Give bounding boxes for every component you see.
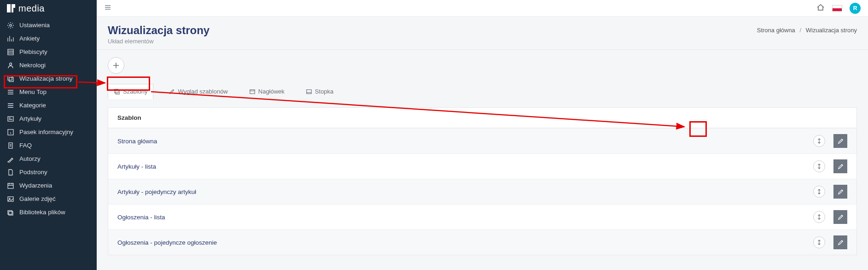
sidebar-item-label: Biblioteka plików [19,209,65,216]
reorder-button[interactable] [813,135,825,147]
updown-icon [816,214,822,220]
topbar: R [97,0,868,17]
clipboard-icon [6,141,15,150]
user-avatar[interactable]: R [850,3,861,14]
breadcrumb-home[interactable]: Strona główna [757,27,795,34]
sidebar-item-kategorie[interactable]: Kategorie [0,99,97,112]
sidebar-item-nekrologi[interactable]: Nekrologi [0,59,97,72]
template-name-link[interactable]: Artykuły - pojedynczy artykuł [117,188,196,195]
brand-logo[interactable]: media [0,0,97,17]
tab-label: Szablony [123,88,147,95]
edit-button[interactable] [833,235,847,249]
tab-wyglad[interactable]: Wygląd szablonów [163,84,233,99]
sidebar-item-label: FAQ [19,142,32,149]
list-icon [6,101,15,110]
sidebar-item-ankiety[interactable]: Ankiety [0,32,97,45]
edit-icon [837,163,844,170]
add-template-button[interactable] [108,57,124,74]
main: R Wizualizacja strony Układ elementów St… [97,0,868,270]
gear-icon [6,21,15,29]
page-header: Wizualizacja strony Układ elementów Stro… [97,17,868,50]
template-name-link[interactable]: Ogłoszenia - lista [117,214,165,221]
svg-rect-0 [7,4,11,12]
language-flag-pl[interactable] [832,5,842,12]
reorder-button[interactable] [813,211,825,223]
sidebar-item-label: Wizualizacja strony [19,75,73,82]
svg-rect-15 [116,90,119,94]
svg-point-3 [10,63,12,65]
svg-rect-8 [9,143,12,148]
tab-label: Wygląd szablonów [178,88,227,95]
page-subtitle: Układ elementów [108,38,210,45]
sidebar-item-label: Autorzy [19,155,41,162]
svg-rect-6 [8,117,13,121]
list-icon [6,88,15,96]
sidebar-item-wydarzenia[interactable]: Wydarzenia [0,179,97,192]
sidebar: media Ustawienia Ankiety Plebiscyty Nekr… [0,0,97,270]
sidebar-item-faq[interactable]: FAQ [0,139,97,152]
reorder-button[interactable] [813,236,825,248]
brand-name: media [18,3,45,14]
info-icon [6,128,15,136]
header-icon [249,88,256,95]
content: Szablony Wygląd szablonów Nagłówek Stopk… [97,50,868,263]
breadcrumb-separator: / [799,27,801,34]
tab-naglowek[interactable]: Nagłówek [243,84,291,99]
breadcrumb: Strona główna / Wizualizacja strony [757,27,857,34]
sidebar-item-galerie[interactable]: Galerie zdjęć [0,192,97,205]
sidebar-item-plebiscyty[interactable]: Plebiscyty [0,45,97,59]
grid-icon [6,48,15,56]
templates-table: Szablon Strona główna Artykuły - lista [108,107,857,255]
edit-icon [837,214,844,221]
sidebar-item-autorzy[interactable]: Autorzy [0,152,97,165]
svg-rect-4 [8,76,12,80]
reorder-button[interactable] [813,186,825,198]
svg-rect-16 [250,89,255,94]
svg-rect-2 [8,49,13,55]
edit-icon [837,138,844,145]
tab-label: Nagłówek [258,88,285,95]
home-button[interactable] [816,3,825,13]
sidebar-toggle-button[interactable] [104,4,111,13]
sidebar-item-podstrony[interactable]: Podstrony [0,165,97,179]
svg-rect-5 [9,77,13,82]
updown-icon [816,163,822,170]
tab-stopka[interactable]: Stopka [300,84,339,99]
table-row: Artykuły - lista [108,153,856,179]
avatar-initial: R [853,5,857,12]
sidebar-item-artykuly[interactable]: Artykuły [0,112,97,125]
svg-rect-17 [307,89,312,94]
svg-rect-9 [8,183,13,188]
edit-button[interactable] [833,185,847,199]
layers-icon [6,75,15,83]
sidebar-item-label: Wydarzenia [19,182,52,189]
brand-mark-icon [6,4,16,13]
table-row: Artykuły - pojedynczy artykuł [108,179,856,204]
sidebar-item-biblioteka[interactable]: Biblioteka plików [0,205,97,219]
sidebar-item-ustawienia[interactable]: Ustawienia [0,18,97,32]
reorder-button[interactable] [813,160,825,172]
template-name-link[interactable]: Artykuły - lista [117,163,156,170]
updown-icon [816,138,822,144]
sidebar-item-label: Podstrony [19,169,47,176]
table-header: Szablon [108,108,856,128]
folder-icon [6,208,15,217]
edit-button[interactable] [833,134,847,148]
table-row: Strona główna [108,128,856,153]
template-name-link[interactable]: Ogłoszenia - pojedyncze ogłoszenie [117,239,217,246]
footer-icon [306,88,312,95]
updown-icon [816,188,822,195]
sidebar-item-label: Pasek informacyjny [19,129,73,135]
sidebar-item-pasek[interactable]: Pasek informacyjny [0,125,97,139]
template-name-link[interactable]: Strona główna [117,138,157,145]
sidebar-item-label: Nekrologi [19,62,46,69]
news-icon [6,115,15,123]
tab-szablony[interactable]: Szablony [108,84,153,99]
sidebar-item-menutop[interactable]: Menu Top [0,85,97,99]
edit-button[interactable] [833,159,847,173]
edit-button[interactable] [833,210,847,224]
tab-label: Stopka [315,88,333,95]
sidebar-item-label: Galerie zdjęć [19,195,56,202]
sidebar-item-wizualizacja[interactable]: Wizualizacja strony [0,72,97,85]
svg-point-11 [9,198,10,199]
